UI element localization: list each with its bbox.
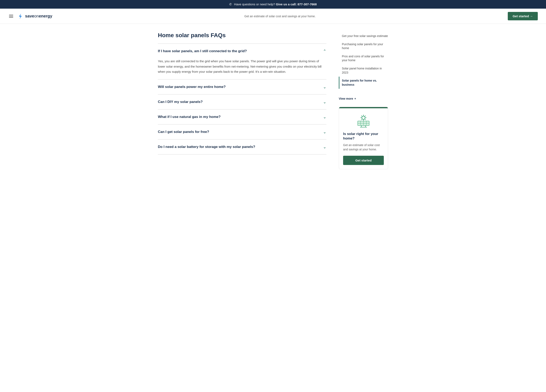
sidebar-item-2[interactable]: Purchasing solar panels for your home bbox=[339, 40, 388, 52]
svg-marker-0 bbox=[19, 13, 22, 19]
content-area: Home solar panels FAQs If I have solar p… bbox=[158, 32, 326, 169]
sidebar-item-5[interactable]: Solar panels for home vs. business bbox=[339, 77, 388, 89]
faq-chevron-5: ⌄ bbox=[323, 129, 326, 134]
faq-question-5[interactable]: Can I get solar panels for free? ⌄ bbox=[158, 124, 326, 139]
header-get-started-button[interactable]: Get started → bbox=[508, 12, 538, 20]
view-more-label: View more bbox=[339, 97, 353, 100]
faq-item-4: What if I use natural gas in my home? ⌄ bbox=[158, 109, 326, 124]
faq-question-6[interactable]: Do I need a solar battery for storage wi… bbox=[158, 140, 326, 154]
faq-question-2[interactable]: Will solar panels power my entire home? … bbox=[158, 79, 326, 94]
header-right: Get started → bbox=[508, 12, 538, 20]
view-more-icon: + bbox=[354, 97, 356, 100]
faq-list: If I have solar panels, am I still conne… bbox=[158, 44, 326, 154]
solar-card-cta-button[interactable]: Get started bbox=[343, 156, 384, 165]
svg-line-6 bbox=[361, 116, 362, 116]
faq-chevron-1: ⌃ bbox=[323, 49, 326, 54]
faq-question-text-1: If I have solar panels, am I still conne… bbox=[158, 49, 323, 53]
faq-question-text-4: What if I use natural gas in my home? bbox=[158, 115, 323, 119]
faq-question-text-6: Do I need a solar battery for storage wi… bbox=[158, 145, 323, 149]
solar-card-body: Is solar right for your home? Get an est… bbox=[339, 108, 388, 169]
sidebar-nav: Get your free solar savings estimate Pur… bbox=[339, 32, 388, 89]
page-title: Home solar panels FAQs bbox=[158, 32, 326, 39]
phone-icon: ✆ bbox=[229, 2, 232, 6]
svg-line-7 bbox=[365, 119, 365, 120]
faq-question-text-2: Will solar panels power my entire home? bbox=[158, 85, 323, 89]
logo[interactable]: saveonenergy bbox=[17, 13, 52, 19]
faq-item-3: Can I DIY my solar panels? ⌄ bbox=[158, 95, 326, 109]
solar-panel-icon bbox=[343, 113, 384, 129]
faq-question-text-3: Can I DIY my solar panels? bbox=[158, 100, 323, 104]
faq-item-1: If I have solar panels, am I still conne… bbox=[158, 44, 326, 79]
svg-line-15 bbox=[361, 126, 362, 127]
logo-bolt-icon bbox=[17, 13, 23, 19]
faq-item-5: Can I get solar panels for free? ⌄ bbox=[158, 124, 326, 140]
faq-chevron-4: ⌄ bbox=[323, 115, 326, 119]
svg-point-1 bbox=[362, 116, 365, 119]
solar-card: Is solar right for your home? Get an est… bbox=[339, 107, 388, 169]
banner-bold-text: Give us a call: 877-307-7668 bbox=[276, 2, 317, 6]
faq-chevron-6: ⌄ bbox=[323, 144, 326, 149]
view-more-button[interactable]: View more + bbox=[339, 95, 356, 102]
svg-line-9 bbox=[361, 119, 362, 120]
faq-item-2: Will solar panels power my entire home? … bbox=[158, 79, 326, 95]
faq-chevron-2: ⌄ bbox=[323, 84, 326, 89]
faq-item-6: Do I need a solar battery for storage wi… bbox=[158, 140, 326, 154]
sidebar-item-4[interactable]: Solar panel home installation in 2023 bbox=[339, 64, 388, 77]
faq-question-3[interactable]: Can I DIY my solar panels? ⌄ bbox=[158, 95, 326, 109]
faq-question-4[interactable]: What if I use natural gas in my home? ⌄ bbox=[158, 109, 326, 124]
solar-card-title: Is solar right for your home? bbox=[343, 132, 384, 141]
faq-chevron-3: ⌄ bbox=[323, 99, 326, 104]
faq-question-1[interactable]: If I have solar panels, am I still conne… bbox=[158, 44, 326, 58]
solar-card-desc: Get an estimate of solar cost and saving… bbox=[343, 143, 384, 152]
hamburger-menu[interactable] bbox=[8, 14, 14, 19]
header-tagline: Get an estimate of solar cost and saving… bbox=[244, 15, 316, 18]
logo-text: saveonenergy bbox=[25, 14, 52, 19]
svg-line-16 bbox=[365, 126, 366, 127]
top-banner: ✆ Have questions or need help? Give us a… bbox=[0, 0, 546, 9]
main-layout: Home solar panels FAQs If I have solar p… bbox=[150, 24, 396, 178]
faq-answer-1: Yes, you are still connected to the grid… bbox=[158, 58, 326, 79]
sidebar-item-1[interactable]: Get your free solar savings estimate bbox=[339, 32, 388, 40]
header: saveonenergy Get an estimate of solar co… bbox=[0, 9, 546, 24]
sidebar: Get your free solar savings estimate Pur… bbox=[339, 32, 388, 169]
header-left: saveonenergy bbox=[8, 13, 52, 19]
faq-question-text-5: Can I get solar panels for free? bbox=[158, 130, 323, 134]
sidebar-item-3[interactable]: Pros and cons of solar panels for your h… bbox=[339, 52, 388, 64]
svg-line-8 bbox=[365, 116, 365, 116]
banner-text: Have questions or need help? bbox=[234, 2, 275, 6]
